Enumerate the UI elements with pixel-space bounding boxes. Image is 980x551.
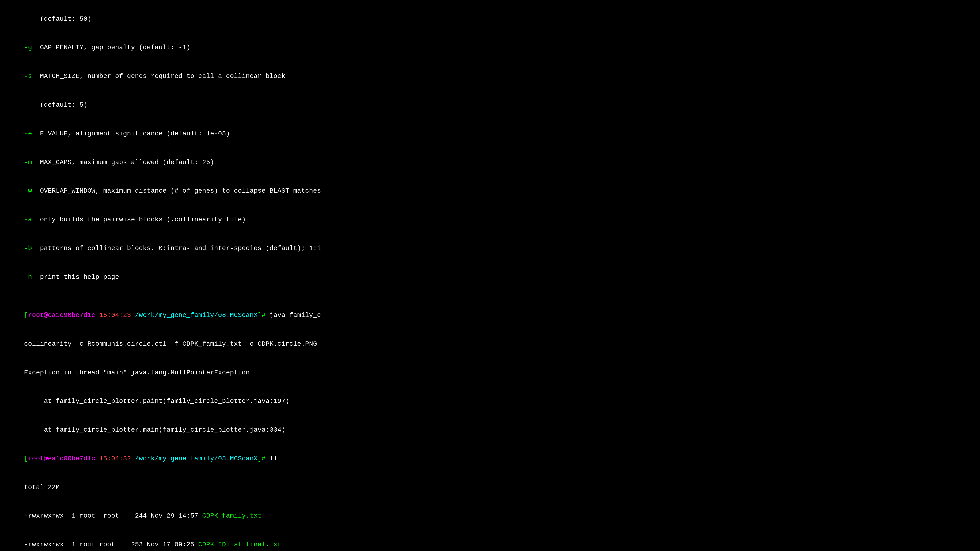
file-cdpk-family: -rwxrwxrwx 1 root root 244 Nov 29 14:57 … bbox=[8, 502, 972, 530]
terminal-window: (default: 50) -g GAP_PENALTY, gap penalt… bbox=[5, 2, 975, 551]
exception-line: Exception in thread "main" java.lang.Nul… bbox=[8, 358, 972, 387]
help-line-pairwise: -a only builds the pairwise blocks (.col… bbox=[8, 205, 972, 234]
command-continuation: collinearity -c Rcommunis.circle.ctl -f … bbox=[8, 330, 972, 358]
help-line-maxgaps: -m MAX_GAPS, maximum gaps allowed (defau… bbox=[8, 148, 972, 177]
blank-line1 bbox=[8, 292, 972, 301]
stacktrace-main: at family_circle_plotter.main(family_cir… bbox=[8, 416, 972, 445]
help-line-evalue: -e E_VALUE, alignment significance (defa… bbox=[8, 119, 972, 148]
help-line-patterns: -b patterns of collinear blocks. 0:intra… bbox=[8, 234, 972, 263]
help-line-help: -h print this help page bbox=[8, 263, 972, 292]
total-line: total 22M bbox=[8, 473, 972, 502]
prompt-line-ll: [root@ea1c90be7d1c 15:04:32 /work/my_gen… bbox=[8, 444, 972, 473]
help-line-match-size: -s MATCH_SIZE, number of genes required … bbox=[8, 62, 972, 91]
help-line-overlap: -w OVERLAP_WINDOW, maximum distance (# o… bbox=[8, 177, 972, 206]
prompt-line-java: [root@ea1c90be7d1c 15:04:23 /work/my_gen… bbox=[8, 301, 972, 330]
file-cdpk-idlist: -rwxrwxrwx 1 root root 253 Nov 17 09:25 … bbox=[8, 530, 972, 551]
stacktrace-paint: at family_circle_plotter.paint(family_ci… bbox=[8, 387, 972, 416]
help-line-default5: (default: 5) bbox=[8, 91, 972, 119]
help-line-default50: (default: 50) bbox=[8, 5, 972, 33]
help-line-gap-penalty: -g GAP_PENALTY, gap penalty (default: -1… bbox=[8, 33, 972, 62]
